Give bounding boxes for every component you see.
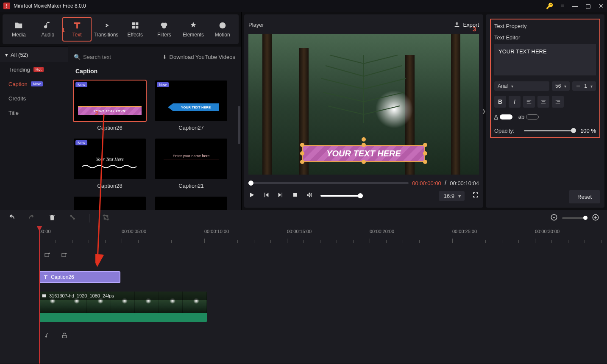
zoom-in-button[interactable] bbox=[592, 214, 599, 223]
property-panel: Text Property Text Editor Arial▾ 56▾ 1▾ … bbox=[486, 14, 604, 208]
svg-rect-3 bbox=[136, 26, 138, 28]
crop-button[interactable] bbox=[102, 214, 110, 223]
panel-collapse-icon[interactable]: ❯ bbox=[482, 108, 486, 114]
font-size-select[interactable]: 56▾ bbox=[552, 81, 570, 91]
seek-slider[interactable] bbox=[248, 182, 409, 184]
video-clip[interactable]: 3161307-hd_1920_1080_24fps bbox=[39, 292, 207, 322]
app-title: MiniTool MovieMaker Free 8.0.0 bbox=[14, 3, 546, 9]
stop-button[interactable] bbox=[292, 192, 298, 200]
audio-track-lock-icon[interactable] bbox=[61, 332, 68, 341]
volume-icon[interactable] bbox=[306, 192, 313, 200]
caption-thumb-27[interactable]: NewYOUR TEXT HERE Caption27 bbox=[155, 81, 227, 131]
svg-rect-12 bbox=[62, 253, 66, 257]
main-tabs: Media Audio Text Transitions Effects Fil… bbox=[3, 14, 239, 44]
player-panel: Player Export bbox=[244, 14, 483, 208]
svg-point-7 bbox=[219, 22, 226, 29]
hot-badge: Hot bbox=[33, 67, 44, 72]
svg-rect-8 bbox=[293, 193, 297, 197]
bold-button[interactable]: B bbox=[494, 96, 506, 108]
maximize-icon[interactable]: ▢ bbox=[585, 3, 591, 9]
font-family-select[interactable]: Arial▾ bbox=[494, 81, 549, 91]
time-current: 00:00:00:00 bbox=[412, 180, 441, 186]
text-category-sidebar: ▾All (52) TrendingHot CaptionNew Credits… bbox=[0, 47, 68, 210]
caption-thumb-26[interactable]: NewYOUR TEXT HERE Caption26 bbox=[74, 81, 146, 131]
redo-button[interactable] bbox=[28, 214, 36, 223]
download-youtube-link[interactable]: ⬇ Download YouTube Videos bbox=[162, 54, 235, 60]
opacity-value: 100 % bbox=[580, 128, 596, 134]
sidebar-item-credits[interactable]: Credits bbox=[0, 91, 68, 106]
text-editor-input[interactable] bbox=[494, 44, 596, 75]
gallery-scrollbar[interactable] bbox=[238, 106, 240, 144]
gallery-section-title: Caption bbox=[75, 68, 235, 75]
remove-track-icon[interactable] bbox=[61, 252, 68, 260]
svg-rect-0 bbox=[132, 22, 134, 25]
minimize-icon[interactable]: — bbox=[572, 3, 578, 9]
text-editor-label: Text Editor bbox=[494, 34, 596, 41]
text-overlay[interactable]: YOUR TEXT HERE bbox=[302, 145, 425, 162]
audio-track[interactable] bbox=[39, 324, 607, 349]
close-icon[interactable]: ✕ bbox=[599, 3, 604, 9]
italic-button[interactable]: I bbox=[509, 96, 521, 108]
text-clip-caption26[interactable]: Caption26 bbox=[39, 271, 120, 283]
hamburger-menu-icon[interactable]: ≡ bbox=[561, 3, 564, 9]
align-center-button[interactable] bbox=[537, 96, 549, 108]
key-icon[interactable]: 🔑 bbox=[546, 3, 553, 9]
svg-rect-11 bbox=[45, 253, 49, 257]
search-icon: 🔍 bbox=[74, 54, 81, 60]
time-total: 00:00:10:04 bbox=[450, 180, 479, 186]
sidebar-item-trending[interactable]: TrendingHot bbox=[0, 62, 68, 77]
text-gallery: 🔍 Search text ⬇ Download YouTube Videos … bbox=[68, 47, 241, 210]
opacity-label: Opacity: bbox=[494, 128, 520, 134]
zoom-out-button[interactable] bbox=[550, 214, 558, 223]
sidebar-all[interactable]: ▾All (52) bbox=[0, 47, 68, 62]
caption-thumb-21[interactable]: Enter your name here Caption21 bbox=[155, 139, 227, 189]
reset-button[interactable]: Reset bbox=[569, 190, 600, 203]
search-input[interactable]: 🔍 Search text bbox=[74, 54, 158, 60]
caption-thumb-28[interactable]: NewYour Text Here Caption28 bbox=[74, 139, 146, 189]
sidebar-item-title[interactable]: Title bbox=[0, 106, 68, 120]
fullscreen-button[interactable] bbox=[472, 192, 479, 200]
align-right-button[interactable] bbox=[552, 96, 564, 108]
volume-slider[interactable] bbox=[320, 195, 363, 197]
timeline-ruler[interactable]: 00:0000:00:05:0000:00:10:0000:00:15:0000… bbox=[39, 226, 607, 243]
caption-thumb-23[interactable]: Enter your name here Caption23 bbox=[155, 197, 227, 210]
playhead[interactable] bbox=[39, 226, 40, 364]
new-badge: New bbox=[31, 81, 43, 86]
svg-point-6 bbox=[162, 25, 166, 28]
tab-media[interactable]: Media bbox=[4, 17, 33, 42]
tab-text[interactable]: Text bbox=[62, 17, 92, 42]
undo-button[interactable] bbox=[8, 214, 15, 223]
video-track[interactable]: 3161307-hd_1920_1080_24fps bbox=[39, 290, 607, 324]
property-title: Text Property bbox=[494, 23, 596, 29]
sidebar-item-caption[interactable]: CaptionNew bbox=[0, 77, 68, 91]
chevron-down-icon: ▾ bbox=[5, 52, 8, 58]
opacity-slider[interactable] bbox=[524, 130, 576, 131]
align-left-button[interactable] bbox=[523, 96, 535, 108]
timeline: 00:0000:00:05:0000:00:10:0000:00:15:0000… bbox=[0, 210, 607, 364]
caption-thumb-22[interactable]: ▸Enter your name here Caption22 bbox=[74, 197, 146, 210]
tab-effects[interactable]: Effects bbox=[121, 17, 150, 42]
next-frame-button[interactable] bbox=[277, 192, 284, 200]
zoom-slider[interactable] bbox=[562, 217, 588, 219]
prev-frame-button[interactable] bbox=[263, 192, 270, 200]
text-color-picker[interactable]: A bbox=[494, 114, 512, 120]
export-button[interactable]: Export bbox=[454, 21, 479, 28]
fern-decoration bbox=[304, 47, 423, 131]
player-preview[interactable]: YOUR TEXT HERE bbox=[248, 34, 479, 175]
split-button[interactable] bbox=[69, 214, 76, 223]
tab-filters[interactable]: Filters bbox=[150, 17, 179, 42]
text-track[interactable]: Caption26 bbox=[39, 264, 607, 290]
title-bar: ! MiniTool MovieMaker Free 8.0.0 🔑 ≡ — ▢… bbox=[0, 0, 607, 12]
add-track-icon[interactable] bbox=[44, 252, 51, 260]
tab-motion[interactable]: Motion bbox=[208, 17, 237, 42]
tab-elements[interactable]: Elements bbox=[179, 17, 208, 42]
timeline-fit-icon[interactable] bbox=[538, 214, 546, 223]
tab-transitions[interactable]: Transitions bbox=[92, 17, 121, 42]
svg-rect-15 bbox=[42, 295, 46, 297]
play-button[interactable] bbox=[248, 192, 255, 200]
delete-button[interactable] bbox=[48, 214, 56, 223]
aspect-ratio-select[interactable]: 16:9 bbox=[439, 191, 465, 201]
highlight-color-picker[interactable]: ab bbox=[518, 114, 539, 120]
tab-audio[interactable]: Audio bbox=[33, 17, 63, 42]
line-height-select[interactable]: 1▾ bbox=[572, 81, 596, 91]
